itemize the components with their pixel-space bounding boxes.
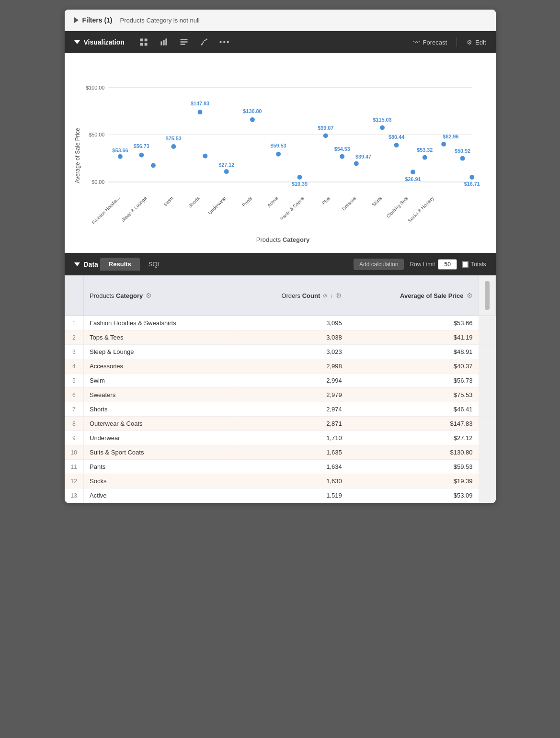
table-row: 9 Underwear 1,710 $27.12 [65, 431, 496, 445]
filters-label: Filters (1) [82, 16, 113, 24]
svg-point-42 [203, 154, 207, 159]
table-header-row: Products Category ⚙ Orders Count ⊘ ↓ ⚙ [65, 275, 496, 316]
cell-scrollbar [479, 345, 495, 359]
table-row: 5 Swim 2,994 $56.73 [65, 374, 496, 388]
svg-text:Pants: Pants [240, 195, 253, 208]
data-table-wrapper: Products Category ⚙ Orders Count ⊘ ↓ ⚙ [65, 275, 496, 503]
cell-avg-sale-price: $75.53 [348, 388, 479, 402]
cell-row-num: 11 [65, 460, 84, 474]
scatter-icon[interactable] [196, 36, 212, 48]
svg-point-13 [206, 39, 207, 40]
avg-sale-price-gear-icon[interactable]: ⚙ [467, 292, 473, 299]
svg-point-44 [224, 169, 229, 174]
forecast-action[interactable]: 〰 Forecast [413, 38, 447, 46]
svg-point-62 [411, 170, 415, 174]
filters-toggle-icon[interactable] [74, 17, 79, 23]
svg-text:Clothing Sets: Clothing Sets [385, 195, 409, 219]
main-card: Filters (1) Products Category is not nul… [65, 10, 496, 503]
cell-avg-sale-price: $40.37 [348, 359, 479, 374]
cell-avg-sale-price: $27.12 [348, 431, 479, 445]
svg-point-46 [250, 117, 255, 122]
cell-products-category: Sweaters [84, 388, 236, 402]
svg-text:$53.66: $53.66 [112, 148, 128, 153]
cell-orders-count: 1,519 [236, 488, 348, 503]
tab-results[interactable]: Results [100, 258, 140, 271]
cell-avg-sale-price: $130.80 [348, 445, 479, 460]
svg-text:Fashion Hoodie...: Fashion Hoodie... [91, 195, 121, 225]
svg-text:$53.32: $53.32 [417, 147, 433, 153]
col-header-orders-count[interactable]: Orders Count ⊘ ↓ ⚙ [236, 275, 348, 316]
pivot-icon[interactable] [176, 36, 192, 48]
table-row: 3 Sleep & Lounge 3,023 $48.91 [65, 345, 496, 359]
more-icon[interactable]: ••• [217, 36, 233, 48]
cell-scrollbar [479, 431, 495, 445]
svg-point-64 [422, 155, 427, 160]
cell-products-category: Outerwear & Coats [84, 417, 236, 431]
table-icon[interactable] [136, 36, 151, 48]
svg-point-39 [171, 144, 176, 149]
bar-chart-icon[interactable] [156, 36, 171, 48]
svg-text:Dresses: Dresses [341, 195, 356, 211]
products-category-gear-icon[interactable]: ⚙ [146, 292, 152, 299]
filters-bar: Filters (1) Products Category is not nul… [65, 10, 496, 31]
cell-orders-count: 2,979 [236, 388, 348, 402]
svg-point-48 [276, 152, 281, 157]
cell-avg-sale-price: $56.73 [348, 374, 479, 388]
svg-point-60 [394, 143, 399, 148]
table-row: 10 Suits & Sport Coats 1,635 $130.80 [65, 445, 496, 460]
orders-count-filter-icon[interactable]: ⊘ [323, 293, 327, 299]
cell-row-num: 13 [65, 488, 84, 503]
cell-avg-sale-price: $53.66 [348, 316, 479, 330]
tab-sql[interactable]: SQL [140, 258, 170, 271]
cell-products-category: Pants [84, 460, 236, 474]
svg-text:$0.00: $0.00 [91, 179, 104, 185]
filters-title[interactable]: Filters (1) [74, 16, 113, 24]
svg-text:Underwear: Underwear [207, 195, 227, 216]
data-toggle-icon[interactable] [74, 262, 80, 266]
svg-text:Active: Active [266, 195, 279, 208]
add-calculation-button[interactable]: Add calculation [354, 259, 404, 270]
svg-text:$115.03: $115.03 [373, 117, 391, 123]
x-axis-label: Products Category [85, 236, 481, 248]
cell-products-category: Shorts [84, 402, 236, 417]
scroll-thumb[interactable] [485, 281, 490, 310]
cell-avg-sale-price: $19.39 [348, 474, 479, 488]
svg-text:$19.39: $19.39 [291, 181, 307, 187]
cell-row-num: 6 [65, 388, 84, 402]
cell-products-category: Sleep & Lounge [84, 345, 236, 359]
svg-text:$80.44: $80.44 [389, 134, 404, 140]
svg-point-34 [118, 154, 123, 159]
cell-row-num: 7 [65, 402, 84, 417]
svg-rect-1 [144, 39, 147, 42]
forecast-label: Forecast [423, 39, 447, 46]
col-header-avg-sale-price[interactable]: Average of Sale Price ⚙ [348, 275, 479, 316]
svg-text:$75.53: $75.53 [165, 136, 181, 141]
col-header-products-category[interactable]: Products Category ⚙ [84, 275, 236, 316]
totals-checkbox[interactable] [462, 261, 469, 268]
svg-text:Socks & Hosiery: Socks & Hosiery [406, 195, 434, 224]
cell-row-num: 1 [65, 316, 84, 330]
edit-action[interactable]: ⚙ Edit [467, 39, 486, 46]
cell-orders-count: 1,710 [236, 431, 348, 445]
svg-text:$27.12: $27.12 [218, 162, 234, 168]
cell-scrollbar [479, 388, 495, 402]
cell-products-category: Tops & Tees [84, 330, 236, 345]
svg-text:$56.73: $56.73 [133, 143, 149, 149]
table-row: 7 Shorts 2,974 $46.41 [65, 402, 496, 417]
cell-scrollbar [479, 488, 495, 503]
svg-text:Pants & Capris: Pants & Capris [279, 195, 305, 221]
cell-scrollbar [479, 474, 495, 488]
svg-text:$50.00: $50.00 [89, 132, 104, 137]
orders-count-gear-icon[interactable]: ⚙ [336, 292, 342, 299]
table-row: 1 Fashion Hoodies & Sweatshirts 3,095 $5… [65, 316, 496, 330]
viz-toggle-icon[interactable] [74, 40, 80, 44]
cell-orders-count: 1,635 [236, 445, 348, 460]
svg-point-68 [460, 156, 465, 161]
cell-products-category: Fashion Hoodies & Sweatshirts [84, 316, 236, 330]
svg-text:$147.83: $147.83 [190, 101, 209, 106]
cell-scrollbar [479, 316, 495, 330]
svg-rect-7 [180, 39, 187, 40]
svg-text:$16.71: $16.71 [464, 181, 480, 187]
row-limit-input[interactable] [438, 259, 457, 270]
orders-count-sort-icon[interactable]: ↓ [330, 293, 333, 298]
